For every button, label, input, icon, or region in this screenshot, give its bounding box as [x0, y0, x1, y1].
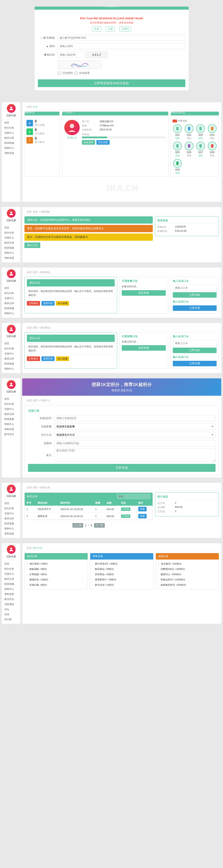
sidebar4-help[interactable]: 帮助中心 [3, 366, 20, 371]
qq-input[interactable] [54, 415, 216, 421]
view-btn-1[interactable]: 查看 [138, 507, 147, 512]
password-row: ▲ 密码: [38, 43, 185, 49]
sidebar7-charge[interactable]: 充值中心 [3, 571, 20, 577]
remark-textarea[interactable] [54, 448, 216, 462]
tab-register[interactable]: 注册 [106, 26, 115, 31]
sidebar2-settings[interactable]: 资料设置 [3, 255, 20, 260]
login-button[interactable]: 立即登录获得1K积分奖励 [38, 80, 185, 87]
edit-profile-btn[interactable]: 修改资料 [82, 140, 95, 145]
sidebar-item-charge[interactable]: 充值中心 [3, 130, 20, 135]
redeem-btn[interactable]: 立即兑换 [173, 292, 217, 298]
sidebar2-help[interactable]: 帮助中心 [3, 250, 20, 255]
sidebar5-home[interactable]: 首页 [3, 396, 20, 401]
activate-btn[interactable]: 立即开通 [173, 305, 217, 311]
sidebar7-help[interactable]: 帮助中心 [3, 587, 20, 592]
sidebar-item-task[interactable]: 积分任务 [3, 125, 20, 130]
sidebar5-charge[interactable]: 充值中心 [3, 406, 20, 411]
tab-forgot[interactable]: 忘密码 [119, 26, 131, 31]
sidebar3-task[interactable]: 积分任务 [3, 291, 20, 296]
sidebar5-service[interactable]: 联系客服 [3, 416, 20, 422]
sidebar4-record[interactable]: 购买记录 [3, 356, 20, 361]
sidebar7-security[interactable]: 账号安全 [3, 597, 20, 602]
coupon-input[interactable] [54, 440, 216, 446]
s4-buy-pkg-btn[interactable]: 购买套餐 [122, 345, 166, 351]
sidebar3-service[interactable]: 联系客服 [3, 306, 20, 311]
records-search[interactable] [117, 494, 150, 499]
account-input[interactable] [58, 35, 185, 41]
sidebar2-charge[interactable]: 充值中心 [3, 235, 20, 240]
view-btn-2[interactable]: 查看 [138, 514, 147, 519]
recharge-submit-btn[interactable]: 立即充值 [28, 464, 216, 472]
sidebar7-notice[interactable]: 消息通知 [3, 602, 20, 607]
prev-btn[interactable]: 上一页 [73, 523, 83, 528]
password-input[interactable] [58, 43, 185, 49]
sidebar7-record[interactable]: 购买记录 [3, 577, 20, 582]
s4-token-input[interactable] [173, 340, 217, 346]
svg-point-29 [211, 129, 213, 131]
s4-activate-btn[interactable]: 立即开通 [173, 361, 217, 366]
fav-btn[interactable]: 加入收藏 [56, 301, 69, 306]
sidebar7-forum[interactable]: 论坛 [3, 607, 20, 612]
token-input[interactable] [173, 285, 217, 291]
auto-login-checkbox[interactable] [75, 72, 78, 74]
sidebar6-service[interactable]: 联系客服 [3, 521, 20, 526]
sidebar-item-home[interactable]: 首页 [3, 120, 20, 125]
stat-label-1: 积分余额 [35, 123, 45, 127]
achieve-item-1: ✓ 首次购买 +100积分 [158, 561, 217, 566]
sidebar2-home[interactable]: 首页 [3, 225, 20, 230]
s4-redeem-btn[interactable]: 立即兑换 [173, 348, 217, 353]
sidebar5-task[interactable]: 积分任务 [3, 401, 20, 406]
sidebar5-record[interactable]: 购买记录 [3, 411, 20, 416]
msg-3: 提示：完成积分任务可以获得丰厚奖励，请积极参与 [24, 234, 153, 241]
sidebar4-service[interactable]: 联系客服 [3, 361, 20, 366]
buy-pkg-btn[interactable]: 购买套餐 [122, 290, 166, 296]
confirm-read-btn[interactable]: 确认已读 [24, 243, 40, 248]
status-badge-1: 已完成 [121, 507, 130, 511]
sidebar6-help[interactable]: 帮助中心 [3, 526, 20, 531]
s4-buy-btn[interactable]: 立即购买 [27, 356, 40, 361]
sidebar6-record[interactable]: 购买记录 [3, 516, 20, 521]
captcha-input[interactable] [58, 52, 84, 58]
sidebar5-help[interactable]: 帮助中心 [3, 422, 20, 427]
sidebar-item-record[interactable]: 购买记录 [3, 135, 20, 141]
sidebar7-service[interactable]: 联系客服 [3, 582, 20, 587]
sidebar5-settings[interactable]: 资料设置 [3, 427, 20, 432]
sidebar2-task[interactable]: 积分任务 [3, 230, 20, 235]
s4-fav-btn[interactable]: 加入收藏 [56, 356, 69, 361]
sidebar-item-service[interactable]: 联系客服 [3, 141, 20, 146]
sidebar-item-help[interactable]: 帮助中心 [3, 146, 20, 151]
sidebar7-settings[interactable]: 资料设置 [3, 592, 20, 597]
sidebar2-record[interactable]: 购买记录 [3, 240, 20, 245]
sidebar7-activity[interactable]: 活动 [3, 612, 20, 617]
captcha-image[interactable]: A8kZ [86, 52, 108, 58]
detail-btn[interactable]: 查看详情 [41, 301, 55, 306]
sidebar6-home[interactable]: 首页 [3, 501, 20, 506]
sidebar6-charge[interactable]: 充值中心 [3, 511, 20, 516]
sidebar7-rank[interactable]: 排行榜 [3, 617, 20, 622]
s4-detail-btn[interactable]: 查看详情 [41, 356, 55, 361]
sidebar4-home[interactable]: 首页 [3, 341, 20, 346]
tab-login[interactable]: 登录 [92, 26, 101, 31]
remember-checkbox[interactable] [58, 72, 60, 74]
sidebar3-home[interactable]: 首页 [3, 286, 20, 291]
sidebar7-task[interactable]: 积分任务 [3, 566, 20, 571]
sidebar3-charge[interactable]: 充值中心 [3, 296, 20, 301]
buy-btn[interactable]: 立即购买 [27, 301, 40, 306]
breadcrumb-link[interactable]: 首页 [33, 105, 38, 108]
security-btn[interactable]: 安全设置 [96, 140, 110, 145]
record-stats: 统计信息 总订单: 2 总消费: ¥45.00 已完成: 2 [155, 493, 219, 517]
sidebar6-task[interactable]: 积分任务 [3, 506, 20, 511]
pkg-select[interactable]: 请选择充值套餐 QQ会员月卡 超级会员季卡 [54, 424, 216, 430]
pay-select[interactable]: 请选择支付方式 微信支付 支付宝 [54, 432, 216, 438]
sidebar3-help[interactable]: 帮助中心 [3, 311, 20, 316]
sidebar5-security[interactable]: 账号安全 [3, 432, 20, 437]
next-btn[interactable]: 下一页 [94, 523, 105, 528]
sidebar3-record[interactable]: 购买记录 [3, 301, 20, 306]
sidebar4-task[interactable]: 积分任务 [3, 346, 20, 351]
sidebar2-service[interactable]: 联系客服 [3, 245, 20, 250]
sidebar7-home[interactable]: 首页 [3, 561, 20, 566]
s4-mid-content: 套餐说明内容... [122, 340, 166, 343]
sidebar6-settings[interactable]: 资料设置 [3, 531, 20, 536]
sidebar-item-settings[interactable]: 资料设置 [3, 151, 20, 156]
sidebar4-charge[interactable]: 充值中心 [3, 351, 20, 356]
